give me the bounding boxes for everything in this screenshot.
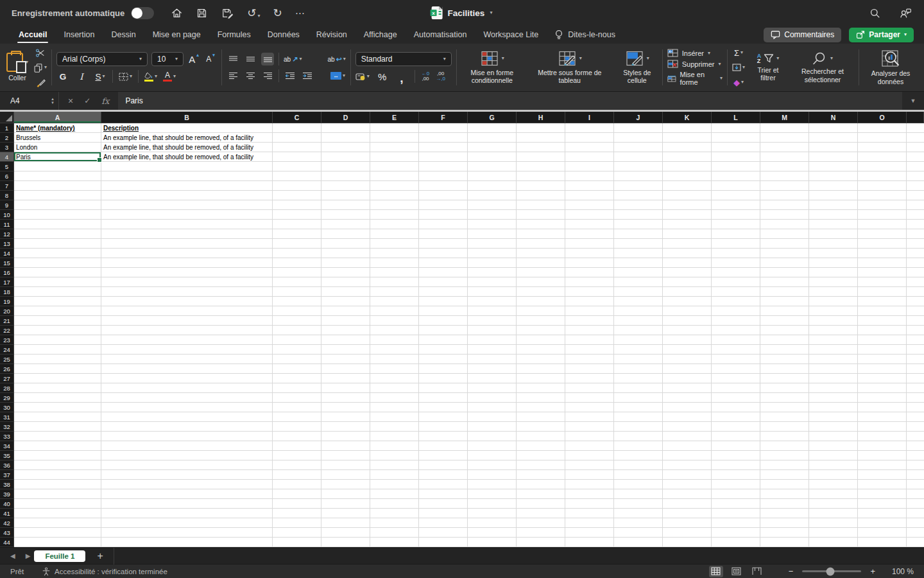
cell-N27[interactable] bbox=[809, 374, 858, 383]
cell-L14[interactable] bbox=[712, 249, 760, 258]
cell-M19[interactable] bbox=[760, 297, 809, 306]
cell-E35[interactable] bbox=[370, 451, 419, 460]
cell-L27[interactable] bbox=[712, 374, 760, 383]
accounting-format-button[interactable]: ▾ bbox=[355, 70, 370, 83]
cell-D24[interactable] bbox=[321, 345, 370, 355]
redo-icon[interactable]: ↻ bbox=[273, 8, 282, 19]
cell-L23[interactable] bbox=[712, 335, 760, 345]
cell-O42[interactable] bbox=[858, 518, 907, 528]
cell-N31[interactable] bbox=[809, 412, 858, 422]
fill-down-button[interactable]: ▾ bbox=[732, 61, 745, 74]
cell-B8[interactable] bbox=[101, 191, 273, 200]
cell-M11[interactable] bbox=[760, 220, 809, 229]
cell-A36[interactable] bbox=[14, 460, 101, 470]
cell-I42[interactable] bbox=[565, 518, 614, 528]
cell-G36[interactable] bbox=[468, 460, 517, 470]
cell-K40[interactable] bbox=[663, 499, 712, 509]
cell-N36[interactable] bbox=[809, 460, 858, 470]
page-break-view-button[interactable] bbox=[750, 566, 764, 577]
cell-B15[interactable] bbox=[101, 258, 273, 268]
cell-E20[interactable] bbox=[370, 306, 419, 316]
cell-D5[interactable] bbox=[321, 162, 370, 171]
cell-A27[interactable] bbox=[14, 374, 101, 383]
cell-B21[interactable] bbox=[101, 316, 273, 326]
cell-N4[interactable] bbox=[809, 152, 858, 162]
row-header-4[interactable]: 4 bbox=[0, 152, 14, 162]
cell-L4[interactable] bbox=[712, 152, 760, 162]
cell-E6[interactable] bbox=[370, 171, 419, 181]
row-header-24[interactable]: 24 bbox=[0, 345, 14, 355]
zoom-out-button[interactable]: − bbox=[786, 566, 796, 576]
cell-D12[interactable] bbox=[321, 229, 370, 239]
font-color-chevron-icon[interactable]: ▾ bbox=[173, 74, 176, 79]
cell-I7[interactable] bbox=[565, 181, 614, 191]
cell-B30[interactable] bbox=[101, 403, 273, 412]
cell-I9[interactable] bbox=[565, 200, 614, 210]
cell-J29[interactable] bbox=[614, 393, 663, 403]
cell-A12[interactable] bbox=[14, 229, 101, 239]
tab-formules[interactable]: Formules bbox=[209, 26, 259, 44]
cell-E27[interactable] bbox=[370, 374, 419, 383]
merge-center-button[interactable]: ↔▾ bbox=[330, 69, 345, 82]
cell-K44[interactable] bbox=[663, 538, 712, 547]
row-header-22[interactable]: 22 bbox=[0, 326, 14, 335]
cell-L9[interactable] bbox=[712, 200, 760, 210]
cell-G23[interactable] bbox=[468, 335, 517, 345]
cell-H44[interactable] bbox=[517, 538, 565, 547]
cell-N39[interactable] bbox=[809, 489, 858, 499]
cell-D31[interactable] bbox=[321, 412, 370, 422]
cell-O24[interactable] bbox=[858, 345, 907, 355]
cell-I13[interactable] bbox=[565, 239, 614, 249]
cell-F9[interactable] bbox=[419, 200, 468, 210]
cell-M2[interactable] bbox=[760, 133, 809, 143]
cell-G39[interactable] bbox=[468, 489, 517, 499]
cell-F14[interactable] bbox=[419, 249, 468, 258]
cell-C19[interactable] bbox=[273, 297, 321, 306]
cell-E18[interactable] bbox=[370, 287, 419, 297]
cell-C2[interactable] bbox=[273, 133, 321, 143]
cell-H16[interactable] bbox=[517, 268, 565, 277]
cell-I39[interactable] bbox=[565, 489, 614, 499]
cell-A38[interactable] bbox=[14, 480, 101, 489]
cell-B22[interactable] bbox=[101, 326, 273, 335]
share-chevron-icon[interactable]: ▾ bbox=[904, 32, 907, 37]
cell-L2[interactable] bbox=[712, 133, 760, 143]
cell-K10[interactable] bbox=[663, 210, 712, 220]
column-header-D[interactable]: D bbox=[321, 112, 370, 123]
tab-mise-en-page[interactable]: Mise en page bbox=[144, 26, 209, 44]
cell-G2[interactable] bbox=[468, 133, 517, 143]
row-header-18[interactable]: 18 bbox=[0, 287, 14, 297]
cell-N21[interactable] bbox=[809, 316, 858, 326]
cell-M44[interactable] bbox=[760, 538, 809, 547]
cell-B3[interactable]: An example line, that should be removed,… bbox=[101, 143, 273, 152]
cell-I6[interactable] bbox=[565, 171, 614, 181]
cell-J38[interactable] bbox=[614, 480, 663, 489]
align-bottom-button[interactable] bbox=[261, 53, 274, 66]
find-chevron-icon[interactable]: ▾ bbox=[830, 56, 833, 61]
row-header-29[interactable]: 29 bbox=[0, 393, 14, 403]
cell-I15[interactable] bbox=[565, 258, 614, 268]
cell-B40[interactable] bbox=[101, 499, 273, 509]
cell-F25[interactable] bbox=[419, 355, 468, 364]
cell-D11[interactable] bbox=[321, 220, 370, 229]
tab-dessin[interactable]: Dessin bbox=[103, 26, 144, 44]
cell-A5[interactable] bbox=[14, 162, 101, 171]
cell-M25[interactable] bbox=[760, 355, 809, 364]
cell-H28[interactable] bbox=[517, 383, 565, 393]
cell-I30[interactable] bbox=[565, 403, 614, 412]
accessibility-status[interactable]: Accessibilité : vérification terminée bbox=[42, 567, 167, 576]
cell-F31[interactable] bbox=[419, 412, 468, 422]
tab-donnees[interactable]: Données bbox=[259, 26, 308, 44]
cell-M31[interactable] bbox=[760, 412, 809, 422]
cell-E37[interactable] bbox=[370, 470, 419, 480]
cell-C39[interactable] bbox=[273, 489, 321, 499]
cell-C43[interactable] bbox=[273, 528, 321, 538]
cell-A37[interactable] bbox=[14, 470, 101, 480]
cell-C40[interactable] bbox=[273, 499, 321, 509]
cell-K37[interactable] bbox=[663, 470, 712, 480]
cell-B27[interactable] bbox=[101, 374, 273, 383]
cell-J18[interactable] bbox=[614, 287, 663, 297]
cell-D36[interactable] bbox=[321, 460, 370, 470]
cell-B17[interactable] bbox=[101, 277, 273, 287]
row-header-23[interactable]: 23 bbox=[0, 335, 14, 345]
